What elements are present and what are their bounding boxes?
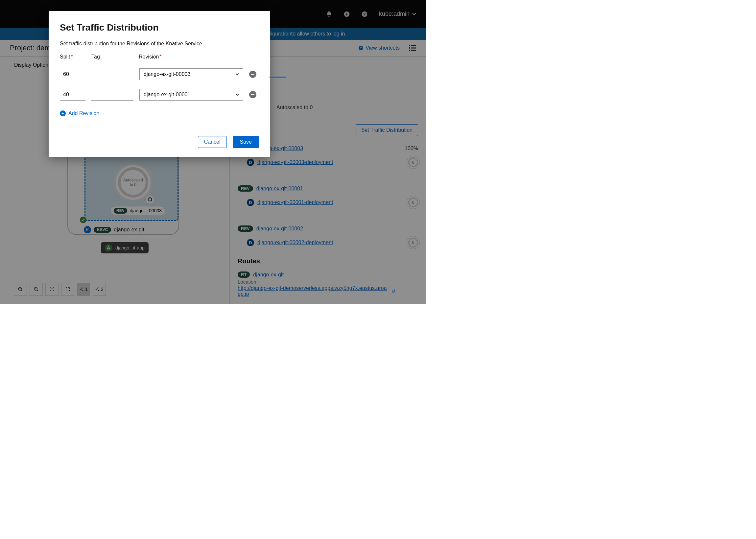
tag-label: Tag	[91, 54, 139, 60]
modal-title: Set Traffic Distribution	[60, 22, 259, 33]
remove-row-button[interactable]	[249, 71, 257, 78]
add-revision-label: Add Revision	[68, 111, 99, 116]
caret-down-icon	[236, 94, 239, 96]
tag-input[interactable]	[91, 68, 133, 80]
cancel-button[interactable]: Cancel	[198, 136, 227, 148]
minus-icon	[251, 94, 255, 95]
traffic-row: django-ex-git-00003	[60, 68, 259, 80]
split-input[interactable]	[60, 68, 86, 80]
minus-icon	[251, 74, 255, 75]
traffic-row: django-ex-git-00001	[60, 89, 259, 101]
revision-select[interactable]: django-ex-git-00003	[139, 68, 243, 80]
svg-rect-20	[251, 74, 255, 75]
active-tab-indicator	[269, 77, 286, 78]
save-button[interactable]: Save	[233, 136, 259, 148]
revision-select[interactable]: django-ex-git-00001	[139, 89, 243, 101]
revision-label: Revision*	[139, 54, 243, 60]
add-revision-button[interactable]: + Add Revision	[60, 111, 259, 116]
set-traffic-distribution-modal: Set Traffic Distribution Set traffic dis…	[49, 11, 270, 157]
plus-circle-icon: +	[60, 111, 66, 116]
split-input[interactable]	[60, 89, 86, 101]
tag-input[interactable]	[91, 89, 133, 101]
modal-description: Set traffic distribution for the Revisio…	[60, 41, 259, 47]
split-label: Split*	[60, 54, 91, 60]
svg-rect-21	[251, 94, 255, 95]
revision-select-value: django-ex-git-00003	[144, 71, 190, 77]
remove-row-button[interactable]	[249, 91, 257, 98]
revision-select-value: django-ex-git-00001	[144, 92, 190, 98]
caret-down-icon	[236, 73, 239, 75]
